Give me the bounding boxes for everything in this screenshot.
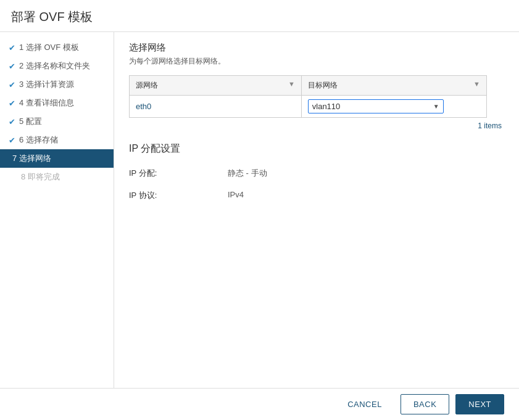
ip-field-label: IP 协议: — [129, 190, 228, 201]
chevron-down-icon: ▼ — [433, 103, 439, 110]
check-icon: ✔ — [9, 117, 15, 126]
ip-field-value: 静态 - 手动 — [228, 168, 425, 179]
sidebar-item-step5[interactable]: ✔5 配置 — [0, 112, 114, 131]
target-network-select[interactable]: vlan110 ▼ — [308, 99, 444, 113]
source-filter-icon[interactable]: ▼ — [288, 80, 295, 88]
ip-field-value: IPv4 — [228, 190, 425, 201]
sidebar: ✔1 选择 OVF 模板✔2 选择名称和文件夹✔3 选择计算资源✔4 查看详细信… — [0, 32, 114, 388]
network-section: 选择网络 为每个源网络选择目标网络。 源网络 ▼ 目标网络 ▼ — [129, 42, 504, 130]
table-row: eth0 vlan110 ▼ — [130, 96, 487, 118]
sidebar-item-label: 7 选择网络 — [12, 153, 51, 164]
check-icon: ✔ — [9, 43, 15, 52]
network-section-desc: 为每个源网络选择目标网络。 — [129, 56, 504, 67]
sidebar-item-label: 1 选择 OVF 模板 — [19, 42, 79, 53]
network-table: 源网络 ▼ 目标网络 ▼ eth0 vlan110 ▼ — [129, 75, 487, 118]
target-filter-icon[interactable]: ▼ — [473, 80, 480, 88]
network-section-title: 选择网络 — [129, 42, 504, 54]
sidebar-item-label: 6 选择存储 — [19, 134, 58, 146]
sidebar-item-step3[interactable]: ✔3 选择计算资源 — [0, 75, 114, 94]
next-button[interactable]: NEXT — [455, 394, 504, 414]
sidebar-item-step6[interactable]: ✔6 选择存储 — [0, 131, 114, 149]
target-cell: vlan110 ▼ — [301, 96, 486, 118]
sidebar-item-step7[interactable]: 7 选择网络 — [0, 149, 114, 168]
check-icon: ✔ — [9, 99, 15, 108]
check-icon: ✔ — [9, 62, 15, 71]
sidebar-item-label: 8 即将完成 — [21, 171, 60, 183]
page-title: 部署 OVF 模板 — [0, 0, 519, 32]
col-target-header: 目标网络 ▼ — [301, 76, 486, 96]
cancel-button[interactable]: CANCEL — [335, 395, 394, 414]
items-count: 1 items — [129, 121, 504, 130]
ip-info-grid: IP 分配:静态 - 手动IP 协议:IPv4 — [129, 168, 425, 201]
sidebar-item-step2[interactable]: ✔2 选择名称和文件夹 — [0, 57, 114, 75]
col-source-header: 源网络 ▼ — [130, 76, 302, 96]
content-area: 选择网络 为每个源网络选择目标网络。 源网络 ▼ 目标网络 ▼ — [114, 32, 519, 388]
ip-field-label: IP 分配: — [129, 168, 228, 179]
main-layout: ✔1 选择 OVF 模板✔2 选择名称和文件夹✔3 选择计算资源✔4 查看详细信… — [0, 32, 519, 388]
sidebar-item-label: 4 查看详细信息 — [19, 97, 74, 109]
sidebar-item-label: 3 选择计算资源 — [19, 79, 74, 90]
ip-section-title: IP 分配设置 — [129, 142, 504, 155]
sidebar-item-step8: 8 即将完成 — [0, 168, 114, 186]
sidebar-item-label: 2 选择名称和文件夹 — [19, 60, 90, 72]
source-cell: eth0 — [130, 96, 302, 118]
target-network-value: vlan110 — [312, 102, 341, 111]
check-icon: ✔ — [9, 80, 15, 89]
check-icon: ✔ — [9, 136, 15, 145]
sidebar-item-step4[interactable]: ✔4 查看详细信息 — [0, 94, 114, 112]
footer: CANCEL BACK NEXT — [0, 388, 519, 420]
back-button[interactable]: BACK — [401, 394, 449, 414]
sidebar-item-step1[interactable]: ✔1 选择 OVF 模板 — [0, 38, 114, 57]
sidebar-item-label: 5 配置 — [19, 116, 42, 127]
ip-section: IP 分配设置 IP 分配:静态 - 手动IP 协议:IPv4 — [129, 142, 504, 201]
